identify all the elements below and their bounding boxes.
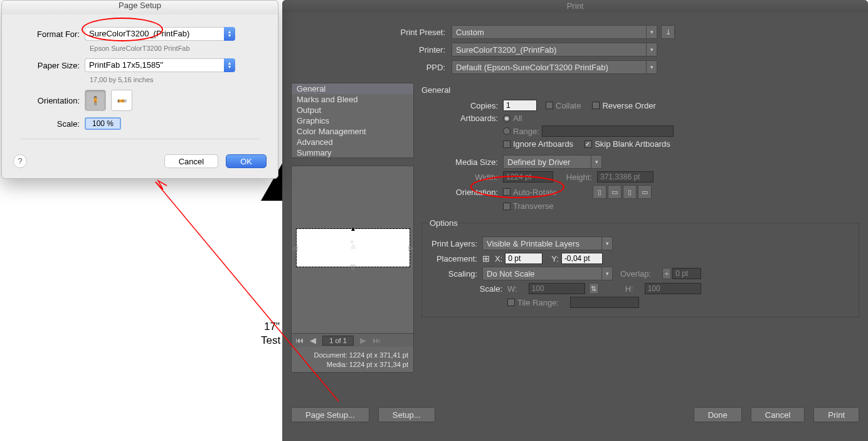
orient-landscape-button[interactable]: 🧍: [111, 90, 132, 111]
chevron-down-icon: ▾: [646, 43, 657, 56]
x-label: X:: [495, 254, 502, 263]
transverse-label: Transverse: [513, 201, 554, 211]
transverse-checkbox: [503, 203, 511, 210]
tile-checkbox: [507, 299, 515, 306]
media-size-label: Media Size:: [440, 157, 503, 167]
chevron-down-icon: ▾: [601, 236, 613, 250]
overlap-stepper-icon: ÷: [662, 268, 671, 279]
overlap-label: Overlap:: [620, 269, 651, 279]
printer-label: Printer:: [307, 45, 452, 55]
nav-last-icon[interactable]: ⏭: [373, 336, 381, 345]
print-preset-select[interactable]: Custom▾: [452, 25, 657, 39]
width-label: Width:: [440, 173, 503, 182]
link-scale-icon: ⇅: [589, 283, 599, 294]
tile-input: [570, 297, 639, 308]
nav-prev-icon[interactable]: ◀: [310, 336, 316, 345]
print-preview: ▲ ◁ ▷ ▽ ▴⁂ ⏮ ◀ ▶ ⏭ Document: 1224 pt x 3…: [291, 166, 414, 373]
orientation-label: Orientation:: [440, 188, 503, 197]
page-setup-button[interactable]: Page Setup...: [291, 407, 369, 422]
chevron-down-icon: ▾: [591, 155, 602, 169]
options-title: Options: [428, 218, 459, 228]
height-input: [597, 171, 654, 183]
x-input[interactable]: [505, 253, 542, 264]
section-general[interactable]: General: [292, 83, 413, 94]
preview-dimensions: Document: 1224 pt x 371,41 pt Media: 122…: [292, 351, 408, 369]
general-title: General: [421, 85, 859, 95]
orient-portrait-down-icon[interactable]: ▯: [623, 185, 637, 199]
overlap-input: [672, 268, 701, 279]
print-layers-label: Print Layers:: [428, 239, 482, 248]
nav-page-input[interactable]: [322, 336, 354, 346]
scale-label: Scale:: [428, 284, 507, 294]
ps-cancel-button[interactable]: Cancel: [164, 154, 218, 168]
artboards-all-radio: [503, 115, 511, 122]
save-preset-icon[interactable]: ⤓: [661, 25, 675, 39]
format-for-label: Format For:: [21, 29, 85, 39]
placement-label: Placement:: [428, 254, 482, 263]
copies-input[interactable]: [503, 100, 537, 111]
reverse-checkbox[interactable]: [592, 102, 600, 109]
print-dialog: Print Print Preset: Custom▾ ⤓ Printer: S…: [282, 0, 868, 441]
paper-size-sub: 17,00 by 5,16 inches: [90, 76, 259, 83]
orient-portrait-up-icon[interactable]: ▯: [593, 185, 606, 199]
section-advanced[interactable]: Advanced: [292, 137, 413, 147]
section-output[interactable]: Output: [292, 105, 413, 115]
skip-checkbox[interactable]: [585, 141, 592, 148]
format-for-select[interactable]: SureColorT3200_(PrintFab) ▲▼: [85, 27, 235, 41]
range-label: Range:: [513, 127, 539, 136]
scaling-select[interactable]: Do Not Scale▾: [482, 267, 613, 280]
print-title: Print: [282, 0, 868, 13]
artboards-range-radio: [503, 127, 511, 135]
orient-landscape-right-icon[interactable]: ▭: [638, 185, 652, 199]
done-button[interactable]: Done: [694, 407, 742, 422]
ppd-label: PPD:: [307, 63, 452, 72]
printer-select[interactable]: SureColorT3200_(PrintFab)▾: [452, 43, 657, 56]
media-size-select[interactable]: Defined by Driver▾: [503, 155, 602, 169]
height-label: Height:: [553, 173, 597, 182]
paper-size-select[interactable]: PrintFab 17x5,1585" ▲▼: [85, 58, 235, 72]
section-graphics[interactable]: Graphics: [292, 115, 413, 126]
help-icon[interactable]: ?: [13, 154, 27, 168]
artboards-label: Artboards:: [440, 114, 503, 123]
scale-w-label: W:: [507, 284, 517, 294]
scale-h-input: [645, 283, 701, 294]
section-summary[interactable]: Summary: [292, 147, 413, 158]
ppd-select[interactable]: Default (Epson-SureColorT3200 PrintFab)▾: [452, 60, 657, 74]
page-setup-title: Page Setup: [2, 1, 278, 14]
page-setup-dialog: Page Setup Format For: SureColorT3200_(P…: [1, 0, 278, 179]
options-fieldset: Options Print Layers: Visible & Printabl…: [421, 218, 859, 317]
preview-right-arrow-icon: ▷: [408, 245, 413, 252]
orient-landscape-left-icon[interactable]: ▭: [608, 185, 622, 199]
ignore-checkbox[interactable]: [503, 141, 511, 148]
placement-grid-icon[interactable]: ⊞: [482, 253, 490, 263]
person-portrait-icon: 🧍: [90, 96, 100, 105]
section-marks[interactable]: Marks and Bleed: [292, 94, 413, 105]
preview-content-icon: ▴⁂: [351, 238, 356, 250]
orient-portrait-button[interactable]: 🧍: [85, 90, 106, 111]
ps-ok-button[interactable]: OK: [226, 154, 267, 168]
scale-w-input: [529, 283, 585, 294]
copies-label: Copies:: [440, 101, 503, 110]
updown-icon: ▲▼: [224, 27, 235, 41]
nav-next-icon[interactable]: ▶: [360, 336, 366, 345]
autorotate-label: Auto-Rotate: [513, 188, 556, 197]
section-color[interactable]: Color Management: [292, 126, 413, 137]
preview-bottom-arrow-icon: ▽: [351, 263, 356, 270]
scale-input[interactable]: [85, 117, 121, 130]
scale-h-label: H:: [625, 284, 633, 294]
cancel-button[interactable]: Cancel: [751, 407, 805, 422]
reverse-label: Reverse Order: [602, 101, 655, 110]
tile-label: Tile Range:: [517, 298, 559, 307]
autorotate-checkbox: [503, 188, 511, 196]
print-button[interactable]: Print: [813, 407, 859, 422]
setup-button[interactable]: Setup...: [378, 407, 435, 422]
y-input[interactable]: [561, 253, 603, 264]
collate-label: Collate: [556, 101, 581, 110]
nav-first-icon[interactable]: ⏮: [295, 336, 304, 345]
print-layers-select[interactable]: Visible & Printable Layers▾: [482, 236, 613, 250]
chevron-down-icon: ▾: [601, 267, 613, 280]
section-list[interactable]: General Marks and Bleed Output Graphics …: [291, 83, 414, 158]
person-landscape-icon: 🧍: [117, 95, 127, 105]
chevron-down-icon: ▾: [646, 60, 657, 74]
y-label: Y:: [551, 254, 559, 263]
